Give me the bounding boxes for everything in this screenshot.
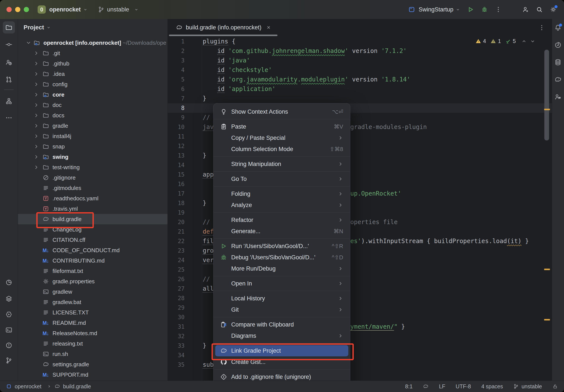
breadcrumb-file[interactable]: build.gradle [63, 383, 91, 390]
pie-tool-icon[interactable] [5, 279, 13, 286]
tree-item--git[interactable]: .git [18, 48, 167, 58]
chevron-right-icon[interactable] [33, 154, 39, 160]
tab-scroll-indicator[interactable] [169, 35, 277, 36]
tree-item--github[interactable]: .github [18, 58, 167, 69]
line-separator-indicator[interactable]: LF [439, 383, 445, 390]
tree-item-build-gradle[interactable]: build.gradle [18, 214, 167, 224]
indent-indicator[interactable]: 4 spaces [481, 383, 503, 390]
chevron-right-icon[interactable] [33, 102, 39, 108]
tree-item-settings-gradle[interactable]: settings.gradle [18, 359, 167, 369]
tree-item-snap[interactable]: snap [18, 141, 167, 152]
chevron-right-icon[interactable] [33, 82, 39, 87]
project-panel-title[interactable]: Project [24, 24, 44, 31]
menu-item-copy-paste-special[interactable]: Copy / Paste Special [215, 132, 348, 143]
folder-tool-icon[interactable] [3, 21, 15, 33]
chevron-right-icon[interactable] [33, 71, 39, 77]
tree-item-code-of-conduct-md[interactable]: M↓CODE_OF_CONDUCT.md [18, 245, 167, 255]
tree-item-gradlew[interactable]: gradlew [18, 287, 167, 297]
tree-item-readme-md[interactable]: M↓README.md [18, 318, 167, 328]
chevron-right-icon[interactable] [33, 61, 39, 66]
chevron-right-icon[interactable] [33, 144, 39, 149]
tree-item-gradle-properties[interactable]: gradle.properties [18, 276, 167, 287]
chevron-right-icon[interactable] [33, 50, 39, 56]
tree-item-releasenotes-md[interactable]: M↓ReleaseNotes.md [18, 328, 167, 338]
pull-request-tool-icon[interactable] [5, 76, 13, 83]
layers-tool-icon[interactable] [5, 295, 13, 302]
encoding-indicator[interactable]: UTF-8 [456, 383, 471, 390]
tree-item-doc[interactable]: doc [18, 100, 167, 110]
menu-item-go-to[interactable]: Go To [215, 173, 348, 184]
tree-item-swing[interactable]: swing [18, 152, 167, 162]
more-tool-icon[interactable] [5, 114, 13, 121]
run-button[interactable] [467, 6, 474, 13]
tree-item-test-writing[interactable]: test-writing [18, 162, 167, 172]
project-widget[interactable]: openrocket [46, 6, 88, 13]
close-window-button[interactable] [6, 7, 12, 12]
terminal-tool-icon[interactable] [5, 326, 13, 334]
tree-item-config[interactable]: config [18, 79, 167, 89]
menu-item-create-gist[interactable]: Create Gist... [215, 356, 348, 368]
menu-item-local-history[interactable]: Local History [215, 293, 348, 304]
editor-tab[interactable]: build.gradle (info.openrocket) [172, 19, 275, 36]
tree-item--gitmodules[interactable]: .gitmodules [18, 183, 167, 193]
tree-item-license-txt[interactable]: LICENSE.TXT [18, 307, 167, 318]
tree-item-install4j[interactable]: install4j [18, 131, 167, 141]
bell-tool-icon[interactable] [554, 24, 562, 31]
menu-item-open-in[interactable]: Open In [215, 278, 348, 289]
inspections-widget[interactable]: 4 1 5 [475, 38, 535, 44]
tree-item-releasing-txt[interactable]: releasing.txt [18, 338, 167, 349]
menu-item-folding[interactable]: Folding [215, 188, 348, 199]
menu-item-refactor[interactable]: Refactor [215, 214, 348, 226]
tree-item-support-md[interactable]: M↓SUPPORT.md [18, 369, 167, 380]
database-tool-icon[interactable] [554, 58, 562, 66]
menu-item-generate[interactable]: Generate...⌘N [215, 226, 348, 237]
chevron-right-icon[interactable] [33, 92, 39, 98]
tree-item--travis-yml[interactable]: .travis.yml [18, 204, 167, 214]
tree-item-citation-cff[interactable]: CITATION.cff [18, 235, 167, 245]
hex-play-tool-icon[interactable] [5, 311, 13, 318]
tree-item-gradle[interactable]: gradle [18, 121, 167, 131]
users-help-tool-icon[interactable] [5, 58, 13, 66]
tree-item-core[interactable]: core [18, 89, 167, 100]
menu-item-compare-with-clipboard[interactable]: Compare with Clipboard [215, 319, 348, 330]
run-configuration-selector[interactable]: SwingStartup [408, 6, 460, 13]
menu-item-diagrams[interactable]: Diagrams [215, 330, 348, 341]
menu-item-run-users-sibovangool-d[interactable]: Run '/Users/SiboVanGool/D...'^⇧R [215, 240, 348, 252]
menu-item-debug-users-sibovangool-d[interactable]: Debug '/Users/SiboVanGool/D...'^⇧D [215, 252, 348, 263]
ai-tool-icon[interactable] [554, 41, 562, 49]
chevron-right-icon[interactable] [33, 133, 39, 139]
debug-button[interactable] [481, 6, 488, 13]
tree-item-openrocket-info-openrocket-[interactable]: openrocket [info.openrocket] ~/Downloads… [18, 38, 167, 48]
caret-position[interactable]: 8:1 [405, 383, 413, 390]
menu-item-git[interactable]: Git [215, 304, 348, 315]
close-tab-icon[interactable] [266, 25, 271, 30]
tree-item--readthedocs-yaml[interactable]: .readthedocs.yaml [18, 193, 167, 204]
zoom-window-button[interactable] [24, 7, 29, 12]
menu-item-string-manipulation[interactable]: String Manipulation [215, 158, 348, 170]
chevron-right-icon[interactable] [33, 112, 39, 118]
tree-item-changelog[interactable]: ChangeLog [18, 224, 167, 235]
problems-tool-icon[interactable] [5, 342, 13, 349]
chevron-right-icon[interactable] [33, 123, 39, 128]
tree-item-run-sh[interactable]: run.sh [18, 349, 167, 359]
editor-scrollbar[interactable] [544, 50, 549, 140]
branch-indicator[interactable]: unstable [513, 383, 542, 390]
branch-tool-icon[interactable] [5, 357, 13, 364]
tree-item--idea[interactable]: .idea [18, 69, 167, 79]
gradle-tool-icon[interactable] [554, 76, 562, 83]
menu-item-link-gradle-project[interactable]: Link Gradle Project [215, 345, 348, 356]
structure-tool-icon[interactable] [5, 98, 13, 105]
settings-gear-icon[interactable] [550, 6, 557, 13]
editor-options-kebab-icon[interactable] [538, 24, 545, 32]
code-with-me-add-user-icon[interactable] [522, 6, 529, 13]
menu-item-more-run-debug[interactable]: More Run/Debug [215, 263, 348, 274]
search-everywhere-icon[interactable] [536, 6, 543, 13]
tree-item-docs[interactable]: docs [18, 110, 167, 121]
commit-tool-icon[interactable] [5, 41, 13, 48]
tree-item-fileformat-txt[interactable]: fileformat.txt [18, 266, 167, 276]
chevron-right-icon[interactable] [33, 165, 39, 170]
tree-item-contributing-md[interactable]: M↓CONTRIBUTING.md [18, 255, 167, 266]
menu-item-column-selection-mode[interactable]: Column Selection Mode⇧⌘8 [215, 143, 348, 155]
previous-problem-chevron-icon[interactable] [522, 39, 527, 44]
tree-item-gradlew-bat[interactable]: gradlew.bat [18, 297, 167, 307]
